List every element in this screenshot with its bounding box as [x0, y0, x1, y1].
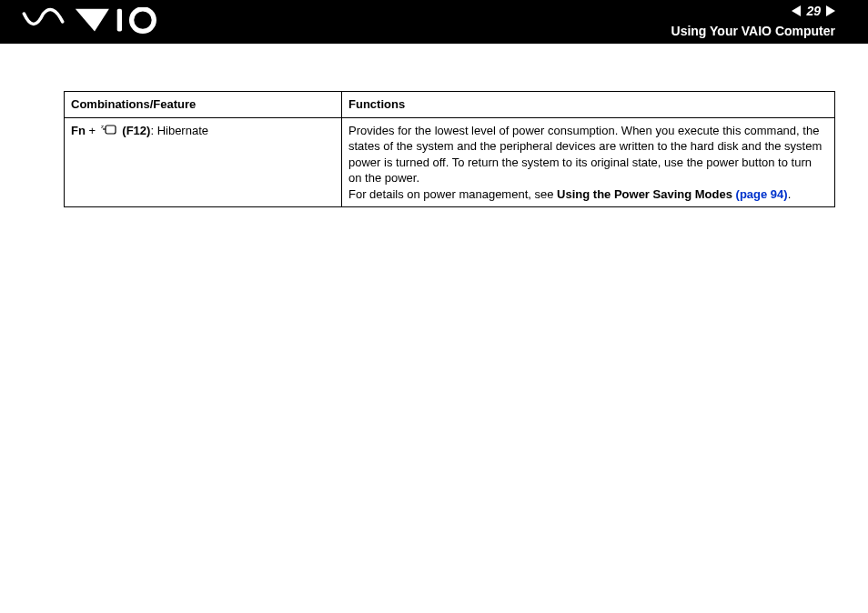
- page-header: 29 Using Your VAIO Computer: [0, 0, 868, 44]
- svg-rect-4: [106, 126, 116, 134]
- function-detail-suffix: .: [788, 187, 792, 201]
- table-row: Fn + z (F12): Hibernate Provides for the…: [65, 117, 835, 207]
- prev-page-arrow-icon[interactable]: [792, 5, 801, 16]
- next-page-arrow-icon[interactable]: [826, 5, 835, 16]
- page-link-94[interactable]: (page 94): [736, 187, 788, 201]
- f12-key-label: (F12): [122, 124, 150, 137]
- table-header-row: Combinations/Feature Functions: [65, 92, 835, 118]
- header-functions: Functions: [342, 92, 835, 118]
- header-combinations: Combinations/Feature: [65, 92, 342, 118]
- svg-text:z: z: [101, 124, 104, 129]
- svg-rect-1: [117, 9, 122, 32]
- page-content: Combinations/Feature Functions Fn + z (F…: [0, 44, 868, 207]
- shortcut-table: Combinations/Feature Functions Fn + z (F…: [64, 91, 835, 207]
- feature-label: : Hibernate: [150, 124, 208, 137]
- svg-marker-0: [76, 9, 109, 32]
- svg-point-2: [132, 9, 155, 32]
- hibernate-icon: z: [101, 123, 117, 140]
- section-title: Using Your VAIO Computer: [671, 24, 835, 38]
- vaio-logo: [22, 7, 167, 35]
- function-description: Provides for the lowest level of power c…: [348, 124, 822, 186]
- function-detail-bold: Using the Power Saving Modes: [557, 187, 735, 201]
- cell-function: Provides for the lowest level of power c…: [342, 117, 835, 207]
- page-nav: 29: [792, 4, 835, 18]
- function-detail-prefix: For details on power management, see: [348, 187, 557, 201]
- fn-key-label: Fn: [71, 124, 86, 137]
- page-number: 29: [806, 4, 821, 18]
- cell-combination: Fn + z (F12): Hibernate: [65, 117, 342, 207]
- plus-sign: +: [86, 124, 99, 137]
